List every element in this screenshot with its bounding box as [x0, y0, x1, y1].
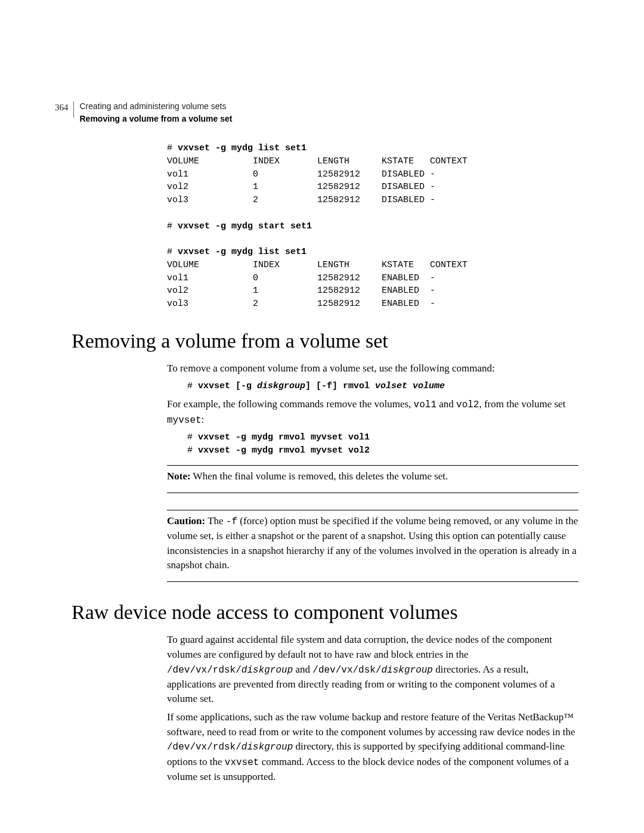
divider — [167, 493, 578, 493]
para-remove-intro: To remove a component volume from a volu… — [167, 361, 578, 376]
para-raw2: If some applications, such as the raw vo… — [167, 710, 578, 784]
divider — [167, 465, 578, 466]
syntax-rmvol: # vxvset [-g diskgroup] [-f] rmvol volse… — [187, 380, 578, 393]
running-header: 364 Creating and administering volume se… — [55, 100, 232, 125]
header-divider — [73, 101, 74, 118]
chapter-title: Creating and administering volume sets — [80, 100, 233, 112]
body-content: # vxvset -g mydg list set1 VOLUME INDEX … — [167, 142, 578, 784]
heading-removing: Removing a volume from a volume set — [72, 326, 578, 355]
page: 364 Creating and administering volume se… — [0, 0, 644, 833]
caution-block: Caution: The -f (force) option must be s… — [167, 514, 578, 573]
code-block-list1: # vxvset -g mydg list set1 VOLUME INDEX … — [167, 142, 578, 311]
note-block: Note: When the final volume is removed, … — [167, 469, 578, 484]
heading-raw-device: Raw device node access to component volu… — [72, 597, 578, 627]
para-remove-example: For example, the following commands remo… — [167, 397, 578, 427]
divider — [167, 581, 578, 582]
page-number: 364 — [55, 101, 69, 114]
section-title: Removing a volume from a volume set — [80, 113, 233, 125]
example-rmvol: # vxvset -g mydg rmvol myvset vol1 # vxv… — [187, 431, 578, 457]
para-raw1: To guard against accidental file system … — [167, 633, 578, 707]
divider — [167, 510, 578, 510]
